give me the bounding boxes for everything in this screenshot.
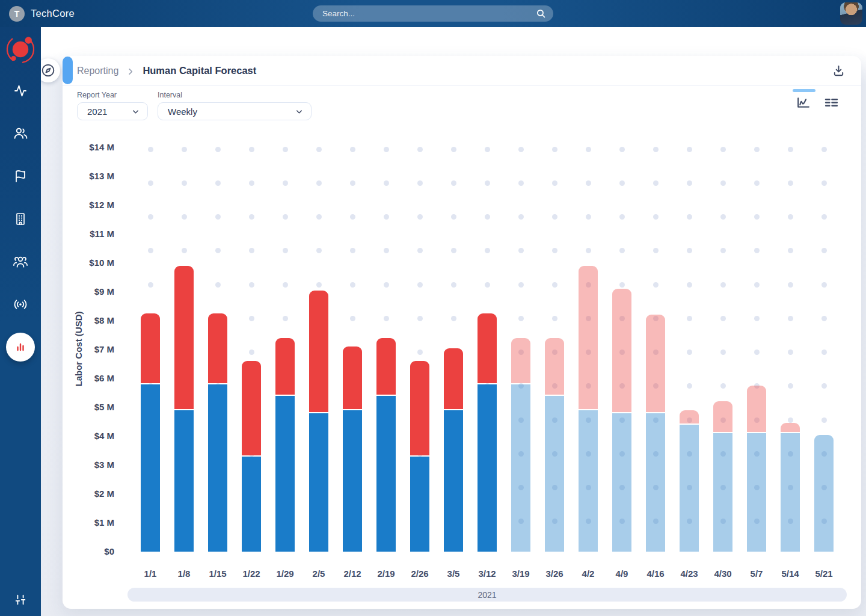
app-logo[interactable] — [2, 31, 38, 68]
bar-column-2/5[interactable] — [302, 147, 336, 552]
bar-column-4/16[interactable] — [639, 147, 672, 552]
bar-segment-actual_base[interactable] — [410, 457, 429, 552]
bar-column-1/29[interactable] — [268, 147, 302, 552]
x-axis-group-label: 2021 — [478, 590, 496, 600]
bar-column-2/26[interactable] — [403, 147, 437, 552]
bar-segment-actual_overage[interactable] — [141, 313, 160, 383]
chart-view-toggle[interactable] — [795, 89, 811, 110]
list-view-toggle[interactable] — [823, 89, 840, 110]
bar-column-5/14[interactable] — [773, 147, 807, 552]
user-avatar[interactable] — [840, 2, 862, 25]
bar-segment-actual_base[interactable] — [478, 384, 497, 552]
sidebar-item-flag[interactable] — [0, 155, 41, 197]
bar-column-1/15[interactable] — [201, 147, 235, 552]
bar-column-5/7[interactable] — [740, 147, 773, 552]
bar-column-3/19[interactable] — [504, 147, 538, 552]
sidebar-item-people[interactable] — [0, 112, 41, 155]
sidebar-item-team[interactable] — [0, 240, 41, 283]
bar-segment-actual_overage[interactable] — [208, 313, 227, 383]
bar-column-5/21[interactable] — [807, 147, 841, 552]
report-year-select[interactable]: 2021 — [77, 102, 148, 120]
bar-segment-actual_base[interactable] — [444, 410, 463, 552]
sidebar-item-settings[interactable] — [0, 593, 41, 606]
bar-column-4/30[interactable] — [706, 147, 740, 552]
bar-segment-forecast_overage[interactable] — [713, 401, 732, 432]
bar-segment-actual_base[interactable] — [242, 457, 261, 552]
bar-column-3/12[interactable] — [470, 147, 504, 552]
bar-segment-forecast_base[interactable] — [545, 396, 564, 552]
bar-segment-actual_base[interactable] — [141, 384, 160, 552]
activity-icon — [13, 84, 28, 98]
sidebar-item-analytics[interactable] — [0, 325, 41, 368]
bar-segment-forecast_base[interactable] — [579, 410, 598, 552]
bar-segment-forecast_overage[interactable] — [781, 423, 800, 432]
sidebar-item-activity[interactable] — [0, 69, 41, 112]
breadcrumb-reporting[interactable]: Reporting — [77, 66, 118, 76]
bar-segment-actual_overage[interactable] — [309, 291, 328, 412]
bar-segment-actual_base[interactable] — [275, 396, 295, 552]
bar-segment-actual_overage[interactable] — [242, 361, 261, 455]
bar-segment-forecast_base[interactable] — [747, 433, 766, 552]
bar-segment-actual_base[interactable] — [309, 413, 328, 552]
interval-select[interactable]: Weekly — [158, 102, 312, 120]
main-area: Reporting Human Capital Forecast — [41, 27, 866, 616]
bar-segment-actual_base[interactable] — [343, 410, 362, 552]
y-tick-label: $3 M — [57, 459, 114, 471]
bar-segment-forecast_overage[interactable] — [612, 289, 631, 411]
compass-icon — [40, 63, 56, 78]
bar-segment-forecast_overage[interactable] — [579, 266, 598, 409]
bar-segment-actual_base[interactable] — [174, 410, 194, 552]
x-axis-labels: 1/11/81/151/221/292/52/122/192/263/53/12… — [134, 568, 841, 579]
x-tick-label: 2/26 — [403, 568, 437, 579]
bar-segment-forecast_overage[interactable] — [646, 315, 665, 411]
bar-segment-forecast_overage[interactable] — [511, 338, 530, 383]
bar-column-3/26[interactable] — [538, 147, 571, 552]
bar-segment-forecast_base[interactable] — [781, 433, 800, 552]
sidebar-item-company[interactable] — [0, 197, 41, 240]
bar-segment-actual_base[interactable] — [208, 384, 227, 552]
bar-segment-forecast_base[interactable] — [646, 413, 665, 552]
bar-segment-forecast_base[interactable] — [814, 435, 834, 552]
bar-segment-actual_overage[interactable] — [275, 338, 295, 395]
search-input[interactable] — [322, 9, 536, 18]
line-chart-icon — [795, 95, 811, 110]
x-tick-label: 1/1 — [134, 568, 167, 579]
bar-column-2/12[interactable] — [336, 147, 369, 552]
sliders-icon — [14, 593, 27, 606]
bar-column-4/9[interactable] — [605, 147, 639, 552]
bar-column-1/22[interactable] — [235, 147, 268, 552]
report-year-value: 2021 — [87, 106, 107, 117]
card-header: Reporting Human Capital Forecast — [63, 56, 861, 86]
bar-segment-forecast_base[interactable] — [680, 425, 699, 552]
download-button[interactable] — [832, 64, 846, 78]
search-bar[interactable] — [313, 5, 553, 22]
search-icon[interactable] — [536, 8, 546, 19]
bar-segment-actual_overage[interactable] — [478, 313, 497, 383]
building-icon — [13, 212, 28, 226]
brand[interactable]: T TechCore — [0, 6, 75, 22]
bar-column-1/8[interactable] — [167, 147, 201, 552]
bar-segment-forecast_base[interactable] — [713, 433, 732, 552]
bar-column-2/19[interactable] — [369, 147, 403, 552]
bar-segment-actual_overage[interactable] — [343, 346, 362, 409]
bar-segment-actual_overage[interactable] — [410, 361, 429, 455]
report-year-filter: Report Year 2021 — [77, 91, 148, 120]
bar-segment-actual_overage[interactable] — [174, 266, 194, 409]
bar-column-4/2[interactable] — [571, 147, 605, 552]
bar-column-1/1[interactable] — [134, 147, 167, 552]
bar-segment-forecast_overage[interactable] — [545, 338, 564, 395]
bar-segment-forecast_base[interactable] — [511, 384, 530, 552]
bar-column-4/23[interactable] — [672, 147, 706, 552]
bar-segment-forecast_base[interactable] — [612, 413, 631, 552]
bar-column-3/5[interactable] — [437, 147, 470, 552]
y-tick-label: $0 — [57, 546, 114, 558]
bar-segment-forecast_overage[interactable] — [680, 410, 699, 424]
bar-segment-forecast_overage[interactable] — [747, 386, 766, 432]
x-tick-label: 3/12 — [470, 568, 504, 579]
bar-segment-actual_overage[interactable] — [444, 348, 463, 409]
bar-segment-actual_overage[interactable] — [376, 338, 396, 395]
people-icon — [13, 126, 28, 141]
bar-segment-actual_base[interactable] — [376, 396, 396, 552]
sidebar-item-broadcast[interactable] — [0, 283, 41, 325]
report-card: Reporting Human Capital Forecast — [63, 56, 861, 609]
